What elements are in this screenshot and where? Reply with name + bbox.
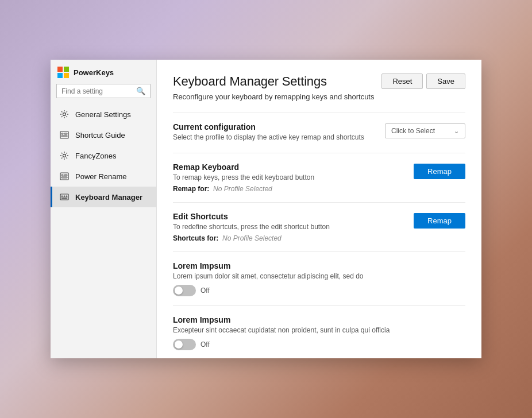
toggle-lorem-2-row: Off bbox=[173, 339, 465, 350]
app-window: PowerKeys 🔍 General Settings bbox=[51, 60, 481, 358]
search-bar[interactable]: 🔍 bbox=[56, 84, 151, 98]
chevron-down-icon: ⌄ bbox=[454, 127, 459, 135]
svg-rect-5 bbox=[60, 131, 68, 138]
keyboard-manager-icon bbox=[59, 192, 70, 202]
page-title: Keyboard Manager Settings bbox=[173, 74, 327, 89]
section-edit-shortcuts: Edit Shortcuts To redefine shortcuts, pr… bbox=[173, 202, 465, 251]
sidebar-header: PowerKeys bbox=[51, 60, 156, 84]
sidebar-item-shortcut-guide-label: Shortcut Guide bbox=[75, 131, 125, 140]
search-input[interactable] bbox=[61, 87, 133, 95]
section-remap-keyboard-title: Remap Keyboard bbox=[173, 162, 407, 172]
section-remap-keyboard-info: Remap Keyboard To remap keys, press the … bbox=[173, 162, 407, 193]
sidebar-item-fancyzones-label: FancyZones bbox=[75, 152, 117, 160]
app-title: PowerKeys bbox=[74, 68, 114, 77]
sidebar-item-shortcut-guide[interactable]: Shortcut Guide bbox=[51, 125, 156, 145]
svg-rect-12 bbox=[64, 175, 67, 176]
shortcut-guide-icon bbox=[59, 130, 70, 140]
header-buttons: Reset Save bbox=[381, 73, 465, 89]
toggle-lorem-2-knob bbox=[175, 340, 183, 349]
section-lorem-1-desc: Lorem ipsum dolor sit amet, consectetur … bbox=[173, 272, 465, 280]
sidebar-item-keyboard-manager-label: Keyboard Manager bbox=[75, 193, 142, 202]
page-subtitle: Reconfigure your keyboard by remapping k… bbox=[173, 92, 465, 101]
reset-button[interactable]: Reset bbox=[381, 73, 423, 89]
section-current-config-desc: Select the profile to display the active… bbox=[173, 133, 378, 141]
app-logo-icon bbox=[57, 67, 69, 78]
toggle-lorem-2[interactable] bbox=[173, 339, 196, 350]
general-settings-icon bbox=[59, 109, 70, 119]
svg-point-9 bbox=[63, 154, 66, 157]
section-lorem-2-title: Lorem Impsum bbox=[173, 315, 465, 324]
power-rename-icon bbox=[59, 171, 70, 181]
svg-rect-16 bbox=[64, 196, 65, 197]
sidebar: PowerKeys 🔍 General Settings bbox=[51, 60, 157, 358]
section-current-config-title: Current configuration bbox=[173, 122, 378, 131]
remap-for-label: Remap for: bbox=[173, 185, 209, 193]
toggle-lorem-1-row: Off bbox=[173, 285, 465, 296]
main-header: Keyboard Manager Settings Reset Save bbox=[173, 73, 465, 89]
section-remap-keyboard-desc: To remap keys, press the edit keyboard b… bbox=[173, 173, 407, 181]
svg-rect-7 bbox=[64, 133, 67, 134]
remap-for-value: No Profile Selected bbox=[213, 185, 272, 193]
remap-keyboard-button[interactable]: Remap bbox=[414, 164, 465, 179]
sidebar-item-power-rename-label: Power Rename bbox=[75, 172, 127, 181]
svg-rect-18 bbox=[61, 198, 67, 199]
toggle-lorem-1[interactable] bbox=[173, 285, 196, 296]
section-edit-shortcuts-row: Edit Shortcuts To redefine shortcuts, pr… bbox=[173, 212, 465, 242]
svg-rect-8 bbox=[61, 136, 67, 137]
svg-rect-6 bbox=[61, 133, 63, 134]
main-content: Keyboard Manager Settings Reset Save Rec… bbox=[157, 60, 481, 358]
svg-rect-17 bbox=[66, 196, 67, 197]
section-current-config-info: Current configuration Select the profile… bbox=[173, 122, 378, 144]
section-lorem-1-title: Lorem Impsum bbox=[173, 261, 465, 270]
section-current-config-row: Current configuration Select the profile… bbox=[173, 122, 465, 144]
section-edit-shortcuts-sub: Shortcuts for: No Profile Selected bbox=[173, 234, 407, 242]
svg-rect-2 bbox=[57, 73, 63, 78]
section-lorem-2: Lorem Impsum Excepteur sint occaecat cup… bbox=[173, 305, 465, 358]
svg-rect-14 bbox=[60, 194, 68, 200]
sidebar-nav: General Settings Shortcut Guide bbox=[51, 104, 156, 207]
sidebar-item-fancyzones[interactable]: FancyZones bbox=[51, 145, 156, 166]
svg-rect-13 bbox=[61, 177, 67, 178]
dropdown-label: Click to Select bbox=[391, 127, 435, 135]
shortcuts-for-label: Shortcuts for: bbox=[173, 234, 218, 242]
section-remap-keyboard-row: Remap Keyboard To remap keys, press the … bbox=[173, 162, 465, 193]
svg-rect-11 bbox=[61, 175, 63, 176]
save-button[interactable]: Save bbox=[426, 73, 465, 89]
search-icon: 🔍 bbox=[136, 87, 145, 95]
svg-rect-15 bbox=[61, 196, 63, 197]
toggle-lorem-1-label: Off bbox=[201, 287, 210, 295]
section-remap-keyboard: Remap Keyboard To remap keys, press the … bbox=[173, 153, 465, 202]
svg-rect-0 bbox=[57, 67, 63, 72]
profile-dropdown[interactable]: Click to Select ⌄ bbox=[385, 123, 465, 138]
section-remap-keyboard-sub: Remap for: No Profile Selected bbox=[173, 185, 407, 193]
svg-point-4 bbox=[63, 113, 66, 116]
shortcuts-for-value: No Profile Selected bbox=[222, 234, 282, 242]
section-lorem-2-desc: Excepteur sint occaecat cupidatat non pr… bbox=[173, 326, 465, 334]
svg-rect-1 bbox=[64, 67, 69, 72]
sidebar-item-power-rename[interactable]: Power Rename bbox=[51, 166, 156, 187]
toggle-lorem-1-knob bbox=[175, 287, 183, 295]
section-edit-shortcuts-desc: To redefine shortcuts, press the edit sh… bbox=[173, 223, 407, 231]
section-current-config: Current configuration Select the profile… bbox=[173, 113, 465, 153]
toggle-lorem-2-label: Off bbox=[201, 340, 210, 349]
sidebar-item-keyboard-manager[interactable]: Keyboard Manager bbox=[51, 187, 156, 207]
edit-shortcuts-button[interactable]: Remap bbox=[414, 213, 465, 229]
sidebar-item-general[interactable]: General Settings bbox=[51, 104, 156, 125]
section-edit-shortcuts-info: Edit Shortcuts To redefine shortcuts, pr… bbox=[173, 212, 407, 242]
section-lorem-1: Lorem Impsum Lorem ipsum dolor sit amet,… bbox=[173, 251, 465, 305]
section-edit-shortcuts-title: Edit Shortcuts bbox=[173, 212, 407, 221]
sidebar-item-general-label: General Settings bbox=[75, 110, 131, 119]
fancyzones-icon bbox=[59, 150, 70, 161]
svg-rect-3 bbox=[64, 73, 69, 78]
svg-rect-10 bbox=[60, 173, 68, 180]
